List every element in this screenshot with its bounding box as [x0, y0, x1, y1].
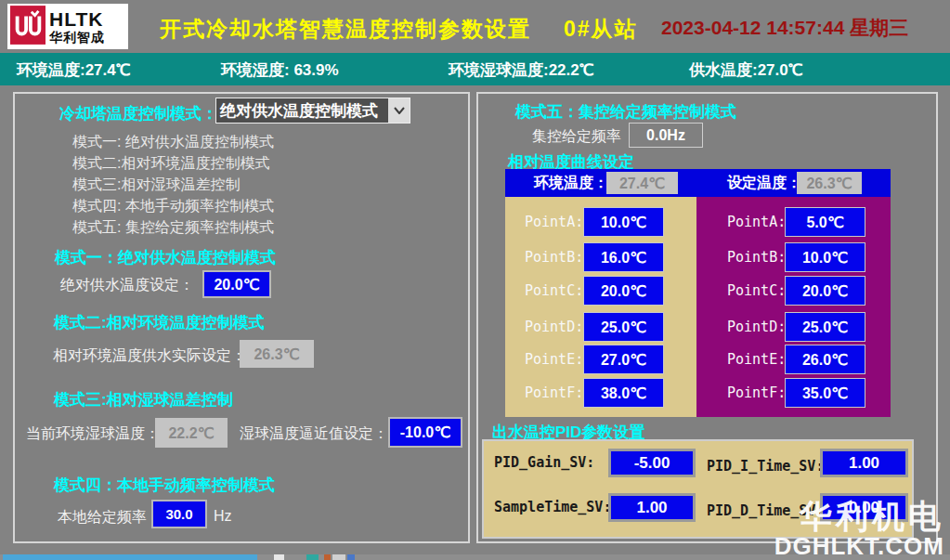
mode3-section-title: 模式三:相对湿球温差控制 — [54, 389, 233, 410]
ambient-temp-readout: 环境温度:27.4℃ — [17, 59, 130, 81]
mode-list-item-5: 模式五: 集控给定频率控制模式 — [72, 218, 274, 238]
point-b-setpoint-input[interactable]: 10.0℃ — [785, 242, 865, 272]
curve-ambient-column: PointA: 10.0℃ PointB: 16.0℃ PointC: 20.0… — [505, 197, 696, 417]
point-e-setpoint-input[interactable]: 26.0℃ — [785, 345, 865, 374]
pid-i-time-label: PID_I_Time_SV: — [707, 458, 824, 475]
point-e-setpoint-label: PointE: — [727, 351, 786, 368]
taskbar-window-segment[interactable] — [3, 554, 257, 560]
point-f-setpoint-label: PointF: — [727, 384, 786, 401]
point-c-ambient-label: PointC: — [525, 282, 583, 299]
mode3-approach-label: 湿球温度逼近值设定： — [240, 424, 388, 444]
datetime-display: 2023-04-12 14:57:44 星期三 — [661, 15, 908, 41]
mode-list-item-3: 模式三:相对湿球温差控制 — [72, 176, 240, 195]
status-bar: 环境温度:27.4℃ 环境湿度: 63.9% 环境湿球温度:22.2℃ 供水温度… — [0, 53, 950, 85]
pid-i-time-input[interactable]: 1.00 — [820, 449, 908, 477]
mode-list-item-1: 模式一: 绝对供水温度控制模式 — [72, 133, 274, 152]
point-a-setpoint-input[interactable]: 5.0℃ — [785, 207, 865, 237]
mode4-freq-label: 本地给定频率 — [58, 508, 147, 527]
company-logo: HLTK 华利智成 — [7, 4, 128, 49]
curve-ambient-header-label: 环境温度： — [534, 174, 608, 193]
curve-setpoint-header-value: 26.3℃ — [797, 172, 862, 194]
point-a-ambient-label: PointA: — [525, 214, 583, 230]
header-bar: HLTK 华利智成 开式冷却水塔智慧温度控制参数设置 0#从站 2023-04-… — [0, 0, 950, 53]
supply-water-temp-readout: 供水温度:27.0℃ — [689, 59, 802, 81]
point-b-setpoint-label: PointB: — [727, 249, 786, 266]
mode2-actual-label: 相对环境温度供水实际设定： — [53, 346, 246, 366]
point-d-setpoint-label: PointD: — [727, 319, 786, 335]
pid-d-time-label: PID_D_Time_SV: — [707, 502, 824, 519]
mode1-setpoint-input[interactable]: 20.0℃ — [202, 270, 271, 298]
ambient-humidity-readout: 环境湿度: 63.9% — [221, 59, 339, 81]
point-f-ambient-label: PointF: — [525, 384, 583, 401]
logo-subtext: 华利智成 — [49, 31, 105, 44]
pid-gain-input[interactable]: -5.00 — [608, 449, 696, 477]
point-c-setpoint-input[interactable]: 20.0℃ — [785, 276, 865, 306]
taskbar-icon-2[interactable] — [306, 554, 319, 560]
curve-ambient-header-value: 27.4℃ — [606, 172, 678, 194]
point-f-setpoint-input[interactable]: 35.0℃ — [785, 378, 865, 408]
curve-setpoint-column: PointA: 5.0℃ PointB: 10.0℃ PointC: 20.0℃… — [696, 197, 891, 417]
mode5-freq-display: 0.0Hz — [629, 123, 703, 148]
mode4-freq-unit: Hz — [214, 508, 232, 525]
page-title: 开式冷却水塔智慧温度控制参数设置 — [160, 15, 531, 44]
mode-select-dropdown[interactable]: 绝对供水温度控制模式 — [215, 98, 410, 124]
point-d-ambient-input[interactable]: 25.0℃ — [583, 312, 664, 342]
point-e-ambient-input[interactable]: 27.0℃ — [583, 345, 664, 374]
mode-settings-panel: 冷却塔温度控制模式： 绝对供水温度控制模式 模式一: 绝对供水温度控制模式 模式… — [13, 92, 470, 543]
mode5-freq-label: 集控给定频率 — [532, 127, 621, 147]
taskbar-icon-4[interactable] — [332, 554, 345, 560]
point-e-ambient-label: PointE: — [525, 351, 583, 368]
mode-select-value: 绝对供水温度控制模式 — [216, 100, 388, 122]
pid-gain-label: PID_Gain_SV: — [494, 454, 594, 471]
mode2-section-title: 模式二:相对环境温度控制模式 — [54, 312, 265, 333]
point-a-setpoint-label: PointA: — [727, 214, 786, 230]
chevron-down-icon[interactable] — [388, 98, 410, 123]
taskbar-icon-1[interactable] — [274, 554, 284, 560]
mode-list-item-2: 模式二:相对环境温度控制模式 — [72, 154, 269, 174]
wet-bulb-temp-readout: 环境湿球温度:22.2℃ — [449, 59, 593, 81]
mode4-freq-input[interactable]: 30.0 — [151, 500, 207, 528]
pid-d-time-input[interactable]: 0.00 — [820, 493, 908, 522]
curve-table-header: 环境温度： 27.4℃ 设定温度： 26.3℃ — [505, 169, 891, 197]
mode1-setpoint-label: 绝对供水温度设定： — [60, 276, 194, 295]
hltk-logo-icon — [10, 6, 46, 48]
taskbar-icon-3[interactable] — [324, 554, 331, 560]
relative-temp-curve-table: 环境温度： 27.4℃ 设定温度： 26.3℃ PointA: 10.0℃ Po… — [505, 169, 891, 417]
mode1-section-title: 模式一：绝对供水温度控制模式 — [55, 247, 276, 268]
point-c-ambient-input[interactable]: 20.0℃ — [583, 276, 664, 306]
mode-list-item-4: 模式四: 本地手动频率控制模式 — [72, 197, 274, 216]
taskbar-icon-5[interactable] — [347, 554, 355, 560]
hmi-screen: HLTK 华利智成 开式冷却水塔智慧温度控制参数设置 0#从站 2023-04-… — [0, 0, 950, 560]
mode2-actual-display: 26.3℃ — [240, 340, 314, 368]
pid-sample-time-label: SampleTime_SV: — [494, 499, 611, 515]
mode3-wetbulb-display: 22.2℃ — [155, 418, 228, 448]
point-d-setpoint-input[interactable]: 25.0℃ — [785, 312, 865, 342]
station-label: 0#从站 — [564, 15, 638, 44]
pid-sample-time-input[interactable]: 1.00 — [608, 493, 696, 522]
point-c-setpoint-label: PointC: — [727, 282, 786, 299]
curve-pid-panel: 模式五：集控给定频率控制模式 集控给定频率 0.0Hz 相对温度曲线设定 环境温… — [476, 92, 938, 543]
point-f-ambient-input[interactable]: 38.0℃ — [583, 378, 664, 408]
point-b-ambient-input[interactable]: 16.0℃ — [583, 242, 664, 272]
mode5-section-title: 模式五：集控给定频率控制模式 — [515, 101, 736, 123]
taskbar-strip[interactable] — [0, 554, 950, 560]
point-d-ambient-label: PointD: — [525, 319, 583, 335]
mode-select-label: 冷却塔温度控制模式： — [59, 103, 217, 124]
mode3-approach-input[interactable]: -10.0℃ — [388, 417, 462, 448]
logo-text: HLTK — [49, 9, 105, 29]
mode4-section-title: 模式四：本地手动频率控制模式 — [54, 475, 275, 496]
mode3-wetbulb-label: 当前环境湿球温度： — [26, 424, 160, 444]
pid-settings-panel: PID_Gain_SV: -5.00 PID_I_Time_SV: 1.00 S… — [482, 439, 914, 539]
curve-setpoint-header-label: 设定温度： — [727, 174, 801, 193]
point-a-ambient-input[interactable]: 10.0℃ — [583, 207, 664, 237]
point-b-ambient-label: PointB: — [525, 249, 583, 266]
